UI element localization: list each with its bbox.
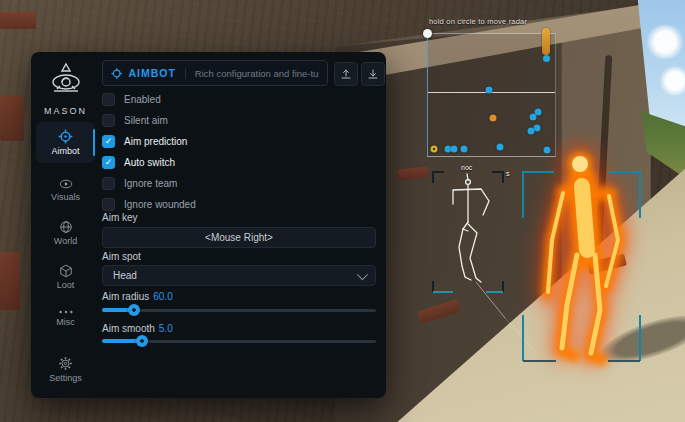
crosshair-icon — [111, 67, 122, 80]
checkbox[interactable]: ✓ — [102, 93, 115, 106]
offscreen-player-marker — [542, 28, 550, 55]
toggle-enabled[interactable]: ✓ Enabled — [102, 92, 161, 106]
radar-dot-yellow — [431, 146, 438, 153]
radar-dot-orange — [490, 115, 497, 122]
radar-dot-blue — [528, 128, 535, 135]
aim-radius-value: 60.0 — [153, 291, 172, 302]
selected-accent-bar — [93, 129, 95, 156]
skeleton-name-label: noc — [461, 164, 472, 171]
radar-dot-blue — [530, 114, 537, 121]
aim-smooth-value: 5.0 — [159, 323, 173, 334]
section-title: AIMBOT — [128, 67, 175, 79]
sidebar-item-label: Loot — [31, 280, 100, 290]
toggle-auto-switch[interactable]: ✓ Auto switch — [102, 155, 175, 169]
section-subtitle: Rich configuration and fine-tuning — [185, 68, 319, 79]
aim-spot-value: Head — [113, 270, 137, 281]
aim-key-bind-button[interactable]: <Mouse Right> — [102, 227, 376, 248]
toggle-label: Auto switch — [124, 157, 175, 168]
radar-dot-blue — [534, 125, 541, 132]
ellipsis-icon — [58, 309, 74, 315]
panel-content: AIMBOT Rich configuration and fine-tunin… — [100, 52, 386, 398]
toggle-label: Silent aim — [124, 115, 168, 126]
slider-thumb[interactable] — [128, 304, 140, 316]
logo-label: MASON — [31, 106, 100, 116]
chevron-down-icon — [357, 268, 368, 279]
aim-key-value: <Mouse Right> — [205, 232, 273, 243]
checkbox[interactable]: ✓ — [102, 198, 115, 211]
offscreen-player-dot — [543, 55, 550, 62]
mason-eye-logo — [46, 60, 86, 100]
eye-icon — [59, 178, 73, 190]
toggle-label: Enabled — [124, 94, 161, 105]
skeleton-corner-box — [433, 172, 503, 292]
tracer-line — [476, 282, 505, 318]
radar-dot-blue — [544, 147, 551, 154]
toggle-aim-prediction[interactable]: ✓ Aim prediction — [102, 134, 187, 148]
slider-thumb[interactable] — [136, 335, 148, 347]
radar[interactable] — [427, 33, 556, 157]
toggle-silent-aim[interactable]: ✓ Silent aim — [102, 113, 168, 127]
sidebar-item-settings[interactable]: Settings — [31, 356, 100, 383]
crosshair-icon — [58, 129, 73, 144]
toggle-label: Aim prediction — [124, 136, 187, 147]
checkbox[interactable]: ✓ — [102, 177, 115, 190]
download-config-button[interactable] — [361, 62, 385, 86]
toggle-label: Ignore wounded — [124, 199, 196, 210]
skeleton-esp — [453, 174, 489, 282]
sidebar-item-label: World — [31, 236, 100, 246]
cheat-menu-window: MASON Aimbot Visuals — [31, 52, 386, 398]
radar-dot-blue — [497, 144, 504, 151]
toggle-ignore-wounded[interactable]: ✓ Ignore wounded — [102, 197, 196, 211]
sidebar-item-loot[interactable]: Loot — [31, 264, 100, 290]
download-icon — [367, 68, 379, 80]
cube-icon — [59, 264, 73, 278]
radar-drag-handle[interactable] — [423, 29, 432, 38]
sidebar-item-label: Settings — [31, 373, 100, 383]
upload-icon — [340, 68, 352, 80]
box-distance-label: s — [506, 170, 510, 177]
sidebar-item-aimbot[interactable]: Aimbot — [36, 122, 95, 163]
radar-hint-text: hold on circle to move radar — [429, 17, 527, 26]
checkbox[interactable]: ✓ — [102, 114, 115, 127]
checkbox[interactable]: ✓ — [102, 135, 115, 148]
aim-smooth-slider[interactable] — [102, 335, 376, 346]
sidebar-item-label: Visuals — [31, 192, 100, 202]
upload-config-button[interactable] — [334, 62, 358, 86]
section-header: AIMBOT Rich configuration and fine-tunin… — [102, 60, 328, 86]
radar-dot-blue — [461, 146, 468, 153]
tracer-line — [505, 318, 536, 353]
globe-icon — [59, 220, 73, 234]
slider-track[interactable] — [102, 309, 376, 312]
sidebar-item-label: Aimbot — [36, 146, 95, 156]
sidebar: MASON Aimbot Visuals — [31, 52, 100, 398]
sidebar-item-label: Misc — [31, 317, 100, 327]
aim-spot-dropdown[interactable]: Head — [102, 265, 376, 286]
aim-spot-label: Aim spot — [102, 251, 141, 262]
toggle-ignore-team[interactable]: ✓ Ignore team — [102, 176, 177, 190]
checkbox[interactable]: ✓ — [102, 156, 115, 169]
player-corner-box — [523, 172, 640, 361]
gear-icon — [58, 356, 73, 371]
radar-dot-blue — [486, 87, 493, 94]
aim-smooth-label: Aim smooth5.0 — [102, 323, 173, 334]
toggle-label: Ignore team — [124, 178, 177, 189]
aim-radius-label: Aim radius60.0 — [102, 291, 173, 302]
radar-dot-blue — [451, 146, 458, 153]
aim-radius-slider[interactable] — [102, 304, 376, 315]
sidebar-item-misc[interactable]: Misc — [31, 309, 100, 327]
sidebar-item-visuals[interactable]: Visuals — [31, 178, 100, 202]
sidebar-item-world[interactable]: World — [31, 220, 100, 246]
aim-key-label: Aim key — [102, 212, 138, 223]
logo: MASON — [31, 60, 100, 116]
